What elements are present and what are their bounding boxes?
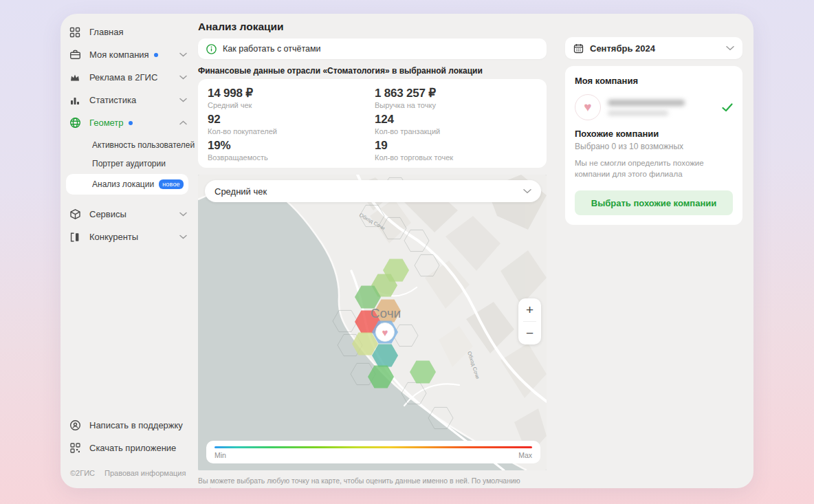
date-selector[interactable]: Сентябрь 2024 <box>565 37 742 59</box>
geometr-subnav: Активность пользователей Портрет аудитор… <box>69 134 198 199</box>
grid-icon <box>69 26 81 39</box>
crown-icon <box>69 72 81 84</box>
chevron-down-icon <box>179 234 187 239</box>
page-title: Анализ локации <box>198 21 547 33</box>
sidebar-item-ads[interactable]: Реклама в 2ГИС <box>69 66 198 89</box>
subnav-item-audience-portrait[interactable]: Портрет аудитории <box>69 154 198 173</box>
bar-chart-icon <box>69 94 81 107</box>
sidebar-item-services[interactable]: Сервисы <box>69 203 198 226</box>
chevron-down-icon <box>726 45 734 51</box>
support-label: Написать в поддержку <box>89 420 183 430</box>
sidebar-item-statistics[interactable]: Статистика <box>69 89 198 111</box>
notification-dot <box>154 53 158 57</box>
sidebar-item-label: Статистика <box>89 95 136 105</box>
company-card: Моя компания ♥ Похожие компании Выбрано … <box>565 66 742 225</box>
notification-dot <box>129 121 133 125</box>
sidebar-item-geometr[interactable]: Геометр <box>69 111 198 134</box>
legal-info-link[interactable]: Правовая информация <box>104 469 186 477</box>
box-icon <box>69 208 81 221</box>
sidebar-item-label: Главная <box>89 27 123 37</box>
city-label: Сочи <box>371 306 401 320</box>
metric-label: Кол-во покупателей <box>208 127 375 135</box>
company-address-blurred <box>608 111 668 116</box>
map-metric-select-value: Средний чек <box>214 186 267 197</box>
sidebar-item-label: Реклама в 2ГИС <box>89 72 157 83</box>
sidebar-item-home[interactable]: Главная <box>69 21 198 43</box>
heart-icon: ♥ <box>584 100 591 115</box>
sidebar-item-competitors[interactable]: Конкуренты <box>69 226 198 248</box>
download-app-link[interactable]: Скачать приложение <box>69 437 198 459</box>
metric-value: 92 <box>208 113 375 127</box>
company-map-marker[interactable]: ♥ <box>376 323 395 342</box>
new-badge: новое <box>159 179 184 189</box>
date-selector-value: Сентябрь 2024 <box>590 43 655 54</box>
map-legend: Min Max <box>206 441 540 464</box>
copyright: ©2ГИС <box>70 469 95 477</box>
app-window: Главная Моя компания Реклама в 2ГИС <box>60 14 754 488</box>
subnav-label: Анализ локации <box>92 179 154 189</box>
chevron-up-icon <box>179 120 187 125</box>
similar-companies-message: Мы не смогли определить похожие компании… <box>575 158 733 179</box>
my-company-title: Моя компания <box>575 76 733 86</box>
map-caption: Вы можете выбрать любую точку на карте, … <box>198 476 536 488</box>
sidebar-nav: Главная Моя компания Реклама в 2ГИС <box>69 21 198 248</box>
metric-label: Возвращаемость <box>208 153 375 162</box>
legend-min-label: Min <box>214 451 226 459</box>
info-icon <box>206 44 217 54</box>
check-icon <box>722 103 733 112</box>
subnav-label: Активность пользователей <box>92 140 195 150</box>
sidebar: Главная Моя компания Реклама в 2ГИС <box>60 14 198 488</box>
sidebar-item-label: Геометр <box>89 118 124 128</box>
similar-companies-count: Выбрано 0 из 10 возможных <box>575 142 733 151</box>
company-avatar: ♥ <box>575 94 601 120</box>
map-zoom-control: + − <box>518 298 541 344</box>
sidebar-item-my-company[interactable]: Моя компания <box>69 43 198 66</box>
chevron-down-icon <box>179 52 187 57</box>
finance-section-title: Финансовые данные отрасли «Стоматология»… <box>198 66 547 76</box>
subnav-label: Портрет аудитории <box>92 159 166 168</box>
sidebar-item-label: Конкуренты <box>89 232 138 242</box>
globe-icon <box>69 117 81 129</box>
similar-companies-title: Похожие компании <box>575 129 733 139</box>
legend-max-label: Max <box>518 451 532 459</box>
metric-value: 124 <box>375 113 537 127</box>
map-metric-select[interactable]: Средний чек <box>205 180 541 202</box>
chevron-down-icon <box>523 188 531 194</box>
zoom-in-button[interactable]: + <box>518 298 541 321</box>
select-similar-companies-button[interactable]: Выбрать похожие компании <box>575 190 733 215</box>
metric-value: 19% <box>208 139 375 153</box>
sidebar-footer: Написать в поддержку Скачать приложение … <box>69 414 198 479</box>
briefcase-icon <box>69 49 81 61</box>
metric-label: Средний чек <box>208 101 375 109</box>
company-row[interactable]: ♥ <box>575 94 733 120</box>
panels-icon <box>69 231 81 243</box>
metric-value: 19 <box>375 139 537 153</box>
metric-avg-check: 14 998 ₽ Средний чек <box>208 86 375 109</box>
legend-gradient-bar <box>214 446 532 449</box>
help-banner-label: Как работать с отчётами <box>223 44 321 54</box>
subnav-item-user-activity[interactable]: Активность пользователей <box>69 135 198 154</box>
chevron-down-icon <box>179 98 187 102</box>
metric-value: 14 998 ₽ <box>208 86 375 100</box>
company-name-blurred <box>608 100 685 106</box>
map[interactable]: Обход Сочи Обход Сочи Сочи ♥ Средний чек… <box>198 175 547 470</box>
finance-card: 14 998 ₽ Средний чек 1 863 257 ₽ Выручка… <box>198 79 547 168</box>
support-link[interactable]: Написать в поддержку <box>69 414 198 437</box>
zoom-out-button[interactable]: − <box>518 322 541 344</box>
metric-buyers: 92 Кол-во покупателей <box>208 113 375 135</box>
metric-revenue-per-point: 1 863 257 ₽ Выручка на точку <box>375 86 537 109</box>
metric-return-rate: 19% Возвращаемость <box>208 139 375 162</box>
help-banner[interactable]: Как работать с отчётами <box>198 39 547 59</box>
calendar-icon <box>573 43 584 54</box>
qr-code-icon <box>69 442 81 454</box>
sidebar-item-label: Моя компания <box>89 50 149 60</box>
subnav-item-location-analysis[interactable]: Анализ локации новое <box>66 174 188 195</box>
main-content: Анализ локации Как работать с отчётами Ф… <box>198 14 547 488</box>
heart-icon: ♥ <box>382 327 388 338</box>
metric-value: 1 863 257 ₽ <box>375 86 537 100</box>
metric-outlets: 19 Кол-во торговых точек <box>375 139 537 162</box>
metric-transactions: 124 Кол-во транзакций <box>375 113 537 135</box>
metric-label: Кол-во транзакций <box>375 127 537 135</box>
download-label: Скачать приложение <box>89 443 176 453</box>
sidebar-item-label: Сервисы <box>89 209 126 219</box>
